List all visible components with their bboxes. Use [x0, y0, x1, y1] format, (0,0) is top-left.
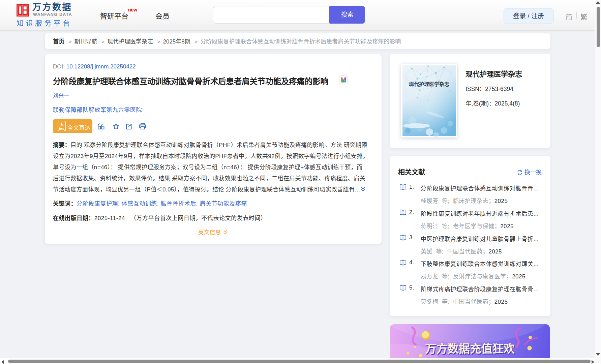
svg-text:现代护理医学杂志: 现代护理医学杂志 [409, 81, 449, 87]
svg-text:free: free [59, 127, 64, 130]
